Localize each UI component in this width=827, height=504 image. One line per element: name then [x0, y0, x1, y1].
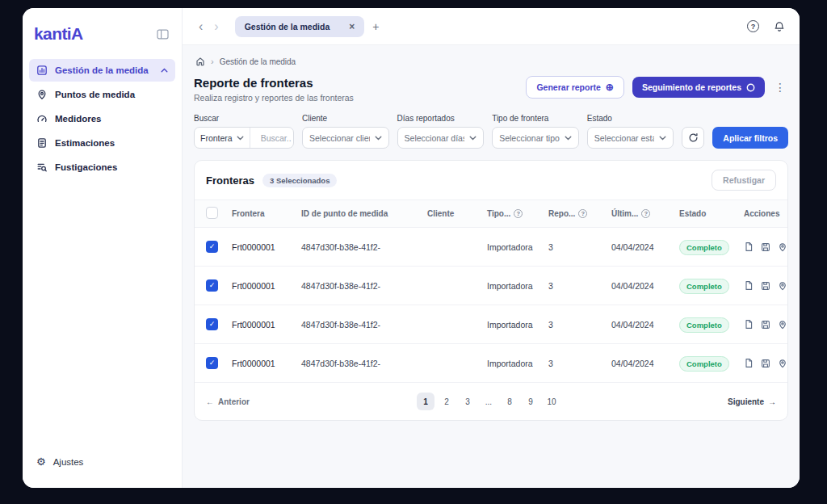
help-icon[interactable]: ? — [641, 209, 650, 218]
fronteras-table: Frontera ID de punto de medida Cliente T… — [195, 200, 787, 383]
column-id[interactable]: ID de punto de medida — [295, 200, 421, 228]
check-icon: ✓ — [209, 359, 216, 367]
sidebar-item-estimaciones[interactable]: Estimaciones — [29, 132, 175, 154]
location-action-icon[interactable] — [778, 359, 787, 368]
column-cliente[interactable]: Cliente — [421, 200, 481, 228]
save-action-icon[interactable] — [761, 359, 770, 368]
document-action-icon[interactable] — [744, 319, 754, 330]
row-checkbox[interactable]: ✓ — [206, 241, 218, 253]
filter-dias: Días reportados Seleccionar días — [397, 114, 485, 149]
gear-icon: ⚙ — [36, 456, 46, 467]
cell-ultim: 04/04/2024 — [605, 267, 673, 305]
sidebar-footer: ⚙ Ajustes — [23, 442, 182, 488]
header-actions: Generar reporte ⊕ Seguimiento de reporte… — [526, 76, 788, 99]
chevron-down-icon — [565, 136, 572, 141]
page-button-9[interactable]: 9 — [522, 393, 539, 410]
location-action-icon[interactable] — [778, 281, 787, 291]
location-action-icon[interactable] — [778, 320, 787, 330]
close-tab-icon[interactable]: × — [349, 21, 355, 32]
row-checkbox[interactable]: ✓ — [206, 279, 218, 292]
row-checkbox[interactable]: ✓ — [206, 318, 218, 330]
cell-repo: 3 — [542, 228, 605, 267]
card-header: Fronteras 3 Seleccionados Refustigar — [195, 161, 787, 200]
save-action-icon[interactable] — [761, 242, 770, 252]
cliente-select[interactable]: Seleccionar clien... — [302, 127, 389, 149]
tab-label: Gestión de la medida — [245, 22, 330, 32]
seguimiento-reportes-button[interactable]: Seguimiento de reportes — [632, 77, 765, 98]
new-tab-icon[interactable]: + — [372, 20, 379, 33]
page-button-10[interactable]: 10 — [543, 393, 560, 410]
search-field-select[interactable]: Frontera — [195, 128, 250, 148]
generar-reporte-button[interactable]: Generar reporte ⊕ — [526, 76, 623, 99]
cell-tipo: Importadora — [481, 267, 542, 305]
notifications-bell-icon[interactable] — [774, 21, 785, 32]
pagination: ← Anterior 1 2 3 ... 8 9 10 Siguiente — [195, 383, 787, 420]
back-icon[interactable]: ‹ — [197, 20, 204, 33]
column-frontera[interactable]: Frontera — [225, 200, 295, 228]
save-action-icon[interactable] — [761, 281, 770, 291]
page-button-2[interactable]: 2 — [438, 393, 455, 410]
page-ellipsis: ... — [480, 393, 497, 410]
document-action-icon[interactable] — [744, 242, 754, 252]
document-action-icon[interactable] — [744, 358, 754, 368]
search-input[interactable] — [255, 133, 297, 143]
filters-bar: Buscar Frontera Cliente Seleccionar clie… — [194, 114, 788, 149]
column-estado[interactable]: Estado — [673, 200, 737, 228]
filter-search: Buscar Frontera — [194, 114, 294, 149]
cell-frontera: Frt0000001 — [225, 344, 295, 383]
location-action-icon[interactable] — [778, 242, 787, 252]
breadcrumb: › Gestión de la medida — [194, 53, 788, 76]
save-action-icon[interactable] — [761, 320, 770, 330]
sidebar-item-fustigaciones[interactable]: Fustigaciones — [29, 156, 175, 178]
tipo-select[interactable]: Seleccionar tipo... — [492, 127, 579, 149]
pagination-pages: 1 2 3 ... 8 9 10 — [250, 393, 728, 410]
cell-cliente — [421, 228, 481, 267]
pagination-prev-button[interactable]: ← Anterior — [206, 397, 250, 406]
table-row[interactable]: ✓ Frt0000001 4847d30f-b38e-41f2- Importa… — [195, 305, 787, 344]
tab-gestion-de-la-medida[interactable]: Gestión de la medida × — [235, 16, 365, 37]
document-action-icon[interactable] — [744, 280, 754, 291]
refresh-button[interactable] — [682, 127, 704, 149]
sidebar-item-ajustes[interactable]: ⚙ Ajustes — [29, 451, 175, 472]
dias-select[interactable]: Seleccionar días — [397, 127, 485, 149]
sidebar-header: kantiA — [23, 8, 182, 55]
breadcrumb-current[interactable]: Gestión de la medida — [220, 57, 296, 66]
sidebar-collapse-icon[interactable] — [157, 29, 169, 40]
table-row[interactable]: ✓ Frt0000001 4847d30f-b38e-41f2- Importa… — [195, 344, 787, 383]
help-icon[interactable]: ? — [514, 209, 523, 218]
arrow-right-icon: → — [768, 397, 776, 406]
home-icon[interactable] — [195, 57, 205, 66]
page-button-1[interactable]: 1 — [417, 393, 434, 410]
sidebar-item-medidores[interactable]: Medidores — [29, 107, 175, 130]
kebab-menu-icon[interactable]: ⋮ — [773, 81, 788, 94]
topbar: ‹ › Gestión de la medida × + ? — [183, 8, 800, 45]
gauge-icon — [36, 113, 48, 124]
select-all-checkbox[interactable] — [206, 207, 218, 219]
page-button-8[interactable]: 8 — [501, 393, 518, 410]
aplicar-filtros-button[interactable]: Aplicar filtros — [712, 127, 788, 149]
pagination-next-button[interactable]: Siguiente → — [728, 397, 776, 406]
sidebar-item-gestion-de-la-medida[interactable]: Gestión de la medida — [29, 59, 175, 82]
forward-icon[interactable]: › — [212, 20, 220, 33]
fronteras-card: Fronteras 3 Seleccionados Refustigar — [194, 160, 788, 421]
document-lines-icon — [36, 137, 48, 149]
table-row[interactable]: ✓ Frt0000001 4847d30f-b38e-41f2- Importa… — [195, 228, 787, 267]
refustigar-button[interactable]: Refustigar — [712, 170, 776, 191]
column-acciones[interactable]: Acciones — [737, 200, 787, 228]
table-row[interactable]: ✓ Frt0000001 4847d30f-b38e-41f2- Importa… — [195, 267, 787, 305]
row-checkbox[interactable]: ✓ — [206, 357, 218, 369]
help-icon[interactable]: ? — [578, 209, 587, 218]
estado-select[interactable]: Seleccionar esta... — [587, 127, 674, 149]
page-header: Reporte de fronteras Realiza registro y … — [194, 76, 788, 103]
column-ultim[interactable]: Últim...? — [605, 200, 673, 228]
page-subtitle: Realiza registro y reportes de las front… — [194, 93, 354, 103]
sidebar-item-puntos-de-medida[interactable]: Puntos de medida — [29, 83, 175, 106]
column-tipo[interactable]: Tipo...? — [481, 200, 542, 228]
page-button-3[interactable]: 3 — [459, 393, 476, 410]
check-icon: ✓ — [209, 282, 216, 289]
filter-label: Estado — [587, 114, 674, 123]
page-title: Reporte de fronteras — [194, 76, 354, 90]
chevron-down-icon — [237, 136, 244, 141]
help-icon[interactable]: ? — [747, 20, 759, 32]
column-repo[interactable]: Repo...? — [542, 200, 605, 228]
